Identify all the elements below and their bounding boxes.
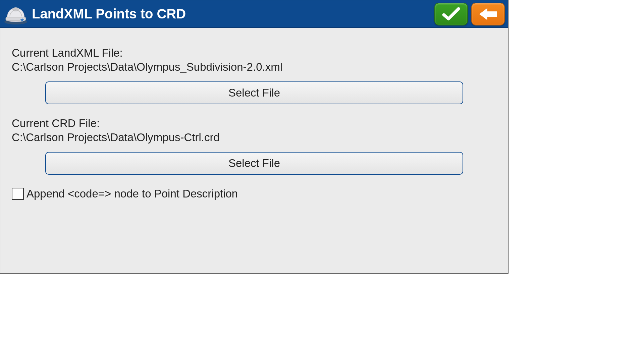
ok-button[interactable] (434, 3, 468, 25)
app-icon (3, 2, 29, 26)
check-icon (442, 7, 461, 21)
append-checkbox[interactable] (12, 188, 24, 200)
append-option-row: Append <code=> node to Point Description (12, 187, 497, 200)
crd-path: C:\Carlson Projects\Data\Olympus-Ctrl.cr… (12, 131, 497, 144)
append-checkbox-label: Append <code=> node to Point Description (26, 187, 238, 200)
titlebar: LandXML Points to CRD (0, 0, 508, 28)
select-crd-button[interactable]: Select File (45, 152, 463, 175)
landxml-path: C:\Carlson Projects\Data\Olympus_Subdivi… (12, 61, 497, 73)
back-button[interactable] (471, 3, 505, 25)
crd-label: Current CRD File: (12, 117, 497, 130)
landxml-label: Current LandXML File: (12, 47, 497, 59)
arrow-left-icon (477, 7, 499, 21)
page-title: LandXML Points to CRD (32, 6, 431, 21)
select-landxml-button[interactable]: Select File (45, 81, 463, 104)
main-content: Current LandXML File: C:\Carlson Project… (0, 28, 508, 273)
